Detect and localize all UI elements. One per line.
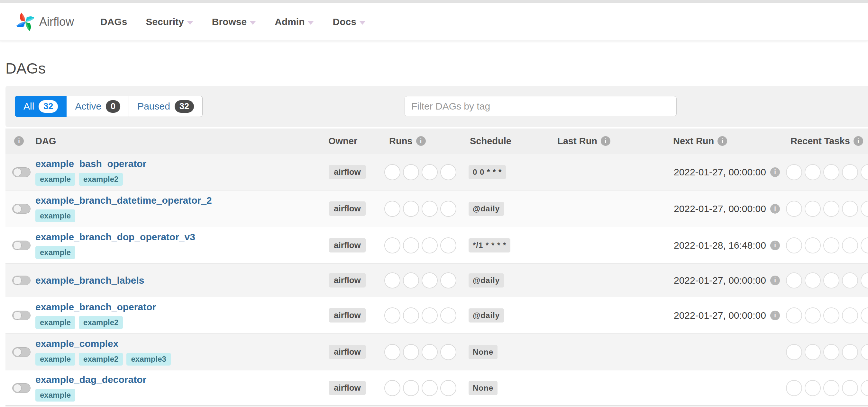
recent-task-status-circle[interactable] (842, 307, 858, 324)
dag-run-status-circle[interactable] (403, 201, 419, 217)
dag-run-status-circle[interactable] (422, 380, 438, 396)
header-last-run[interactable]: Last Run (557, 129, 611, 154)
recent-task-status-circle[interactable] (786, 201, 802, 217)
dag-run-status-circle[interactable] (403, 344, 419, 360)
recent-task-status-circle[interactable] (786, 272, 802, 289)
schedule-badge[interactable]: @daily (469, 202, 504, 216)
dag-run-status-circle[interactable] (384, 237, 400, 253)
next-run-info-icon[interactable] (770, 276, 780, 285)
dag-run-status-circle[interactable] (422, 201, 438, 217)
pause-toggle[interactable] (12, 347, 31, 357)
recent-task-status-circle[interactable] (823, 344, 839, 360)
info-icon[interactable] (601, 136, 611, 146)
pause-toggle[interactable] (12, 311, 31, 320)
nav-item-dags[interactable]: DAGs (100, 16, 127, 27)
recent-task-status-circle[interactable] (861, 164, 868, 180)
recent-task-status-circle[interactable] (842, 237, 858, 253)
recent-task-status-circle[interactable] (805, 344, 821, 360)
dag-run-status-circle[interactable] (422, 344, 438, 360)
recent-task-status-circle[interactable] (861, 237, 868, 253)
dag-link[interactable]: example_branch_operator (35, 302, 156, 312)
dag-run-status-circle[interactable] (440, 344, 456, 360)
dag-run-status-circle[interactable] (403, 307, 419, 324)
recent-task-status-circle[interactable] (842, 380, 858, 396)
tab-all[interactable]: All 32 (15, 96, 67, 117)
recent-task-status-circle[interactable] (805, 272, 821, 289)
schedule-badge[interactable]: */1 * * * * (469, 238, 510, 252)
dag-run-status-circle[interactable] (422, 272, 438, 289)
recent-task-status-circle[interactable] (786, 164, 802, 180)
tag-badge[interactable]: example (35, 209, 75, 222)
header-runs[interactable]: Runs (389, 129, 426, 154)
recent-task-status-circle[interactable] (805, 201, 821, 217)
schedule-badge[interactable]: None (469, 381, 497, 395)
dag-run-status-circle[interactable] (422, 237, 438, 253)
recent-task-status-circle[interactable] (861, 380, 868, 396)
recent-task-status-circle[interactable] (842, 272, 858, 289)
pause-toggle[interactable] (12, 276, 31, 285)
dag-link[interactable]: example_branch_dop_operator_v3 (35, 232, 195, 242)
recent-task-status-circle[interactable] (842, 164, 858, 180)
dag-run-status-circle[interactable] (403, 237, 419, 253)
recent-task-status-circle[interactable] (823, 307, 839, 324)
nav-item-security[interactable]: Security (146, 16, 193, 27)
dag-link[interactable]: example_branch_datetime_operator_2 (35, 195, 212, 206)
recent-task-status-circle[interactable] (861, 307, 868, 324)
dag-link[interactable]: example_complex (35, 338, 118, 349)
recent-task-status-circle[interactable] (823, 237, 839, 253)
tag-badge[interactable]: example (35, 316, 75, 329)
tag-badge[interactable]: example (35, 246, 75, 259)
recent-task-status-circle[interactable] (842, 201, 858, 217)
dag-run-status-circle[interactable] (403, 272, 419, 289)
dag-run-status-circle[interactable] (440, 201, 456, 217)
tag-badge[interactable]: example2 (79, 316, 123, 329)
recent-task-status-circle[interactable] (823, 201, 839, 217)
dag-link[interactable]: example_branch_labels (35, 275, 145, 286)
dag-run-status-circle[interactable] (384, 344, 400, 360)
recent-task-status-circle[interactable] (805, 380, 821, 396)
next-run-info-icon[interactable] (770, 204, 780, 214)
dag-run-status-circle[interactable] (384, 164, 400, 180)
dag-run-status-circle[interactable] (422, 164, 438, 180)
recent-task-status-circle[interactable] (786, 237, 802, 253)
filter-dags-by-tag-input[interactable] (405, 96, 677, 116)
next-run-info-icon[interactable] (770, 241, 780, 250)
recent-task-status-circle[interactable] (805, 307, 821, 324)
recent-task-status-circle[interactable] (823, 380, 839, 396)
header-recent-tasks[interactable]: Recent Tasks (790, 129, 863, 154)
tag-badge[interactable]: example (35, 353, 75, 366)
schedule-badge[interactable]: 0 0 * * * (469, 165, 506, 179)
dag-run-status-circle[interactable] (440, 237, 456, 253)
recent-task-status-circle[interactable] (861, 201, 868, 217)
nav-item-admin[interactable]: Admin (275, 16, 314, 27)
tag-badge[interactable]: example2 (79, 173, 123, 186)
recent-task-status-circle[interactable] (861, 272, 868, 289)
nav-item-docs[interactable]: Docs (333, 16, 365, 27)
pause-toggle[interactable] (12, 383, 31, 393)
airflow-brand[interactable]: Airflow (16, 10, 74, 33)
dag-run-status-circle[interactable] (440, 380, 456, 396)
recent-task-status-circle[interactable] (861, 344, 868, 360)
recent-task-status-circle[interactable] (823, 164, 839, 180)
nav-item-browse[interactable]: Browse (212, 16, 256, 27)
dag-run-status-circle[interactable] (440, 272, 456, 289)
pause-toggle[interactable] (12, 241, 31, 250)
recent-task-status-circle[interactable] (823, 272, 839, 289)
recent-task-status-circle[interactable] (786, 344, 802, 360)
info-icon[interactable] (416, 136, 426, 146)
dag-run-status-circle[interactable] (440, 164, 456, 180)
header-owner[interactable]: Owner (328, 129, 357, 154)
info-icon[interactable] (14, 136, 24, 146)
dag-link[interactable]: example_bash_operator (35, 158, 146, 169)
recent-task-status-circle[interactable] (786, 380, 802, 396)
info-icon[interactable] (717, 136, 727, 146)
dag-run-status-circle[interactable] (384, 201, 400, 217)
dag-run-status-circle[interactable] (403, 164, 419, 180)
dag-run-status-circle[interactable] (384, 272, 400, 289)
dag-run-status-circle[interactable] (384, 380, 400, 396)
tag-badge[interactable]: example2 (79, 353, 123, 366)
info-icon[interactable] (854, 136, 863, 146)
schedule-badge[interactable]: @daily (469, 308, 504, 323)
dag-run-status-circle[interactable] (403, 380, 419, 396)
recent-task-status-circle[interactable] (842, 344, 858, 360)
